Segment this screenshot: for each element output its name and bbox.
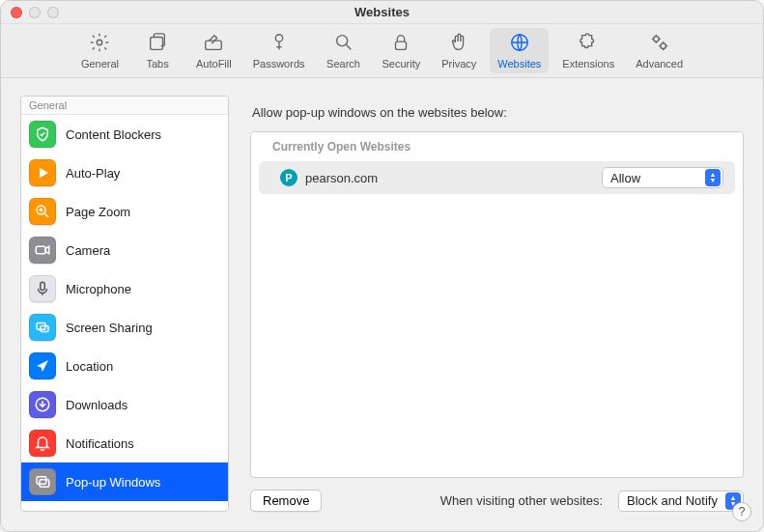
toolbar-label: Passwords	[253, 58, 305, 70]
toolbar-label: Advanced	[636, 58, 683, 70]
toolbar-label: Websites	[497, 58, 541, 70]
svg-rect-10	[36, 246, 45, 254]
toolbar-security[interactable]: Security	[375, 28, 429, 73]
globe-icon	[509, 32, 530, 56]
toolbar-advanced[interactable]: Advanced	[628, 28, 691, 73]
play-icon	[29, 159, 56, 186]
lock-icon	[390, 32, 411, 56]
toolbar-extensions[interactable]: Extensions	[554, 28, 622, 73]
svg-point-0	[98, 40, 103, 45]
bell-icon	[29, 430, 56, 457]
sidebar-item-content-blockers[interactable]: Content Blockers	[21, 115, 228, 154]
site-favicon: P	[280, 169, 297, 186]
sidebar-item-auto-play[interactable]: Auto-Play	[21, 154, 228, 192]
sidebar-item-label: Microphone	[66, 282, 131, 296]
gear-icon	[89, 32, 110, 56]
camera-icon	[29, 237, 56, 264]
website-row[interactable]: P pearson.com Allow ▲▼	[259, 161, 735, 194]
select-value: Block and Notify	[627, 493, 718, 508]
sidebar-item-screen-sharing[interactable]: Screen Sharing	[21, 308, 228, 347]
sidebar-item-label: Auto-Play	[66, 166, 120, 181]
remove-button[interactable]: Remove	[250, 490, 322, 512]
hand-icon	[448, 32, 469, 56]
sidebar-item-location[interactable]: Location	[21, 347, 228, 385]
toolbar-autofill[interactable]: AutoFill	[188, 28, 240, 73]
pencil-box-icon	[203, 32, 224, 56]
toolbar-general[interactable]: General	[73, 28, 127, 73]
sidebar-item-page-zoom[interactable]: Page Zoom	[21, 192, 228, 231]
sidebar-item-camera[interactable]: Camera	[21, 231, 228, 269]
toolbar-label: Extensions	[562, 58, 614, 70]
toolbar-label: General	[81, 58, 119, 70]
sidebar-item-downloads[interactable]: Downloads	[21, 385, 228, 424]
sidebar: General Content Blockers Auto-Play Page …	[20, 96, 229, 512]
toolbar-privacy[interactable]: Privacy	[434, 28, 484, 73]
download-icon	[29, 391, 56, 418]
sidebar-item-label: Page Zoom	[66, 205, 130, 219]
location-arrow-icon	[29, 352, 56, 379]
toolbar-label: Search	[326, 58, 360, 70]
prefs-toolbar: General Tabs AutoFill Passwords Search S…	[1, 24, 763, 78]
microphone-icon	[29, 275, 56, 302]
help-button[interactable]: ?	[732, 502, 751, 521]
tabs-icon	[147, 32, 168, 56]
svg-rect-11	[41, 282, 45, 290]
svg-rect-5	[396, 42, 407, 49]
sidebar-item-popup-windows[interactable]: Pop-up Windows	[21, 462, 228, 501]
svg-point-4	[336, 36, 347, 46]
list-subheader: Currently Open Websites	[251, 132, 743, 161]
sidebar-item-microphone[interactable]: Microphone	[21, 269, 228, 308]
shield-check-icon	[29, 121, 56, 148]
toolbar-tabs[interactable]: Tabs	[132, 28, 183, 73]
website-list: Currently Open Websites P pearson.com Al…	[250, 131, 744, 478]
svg-point-8	[661, 43, 666, 48]
svg-point-7	[653, 37, 659, 42]
titlebar: Websites	[1, 1, 763, 24]
sidebar-item-label: Pop-up Windows	[66, 475, 160, 490]
toolbar-label: Privacy	[441, 58, 476, 70]
sidebar-item-label: Content Blockers	[66, 127, 161, 142]
toolbar-search[interactable]: Search	[319, 28, 369, 73]
toolbar-websites[interactable]: Websites	[490, 28, 549, 73]
sidebar-section-header: General	[21, 97, 228, 115]
default-policy-label: When visiting other websites:	[440, 493, 603, 508]
windows-icon	[29, 468, 56, 495]
toolbar-passwords[interactable]: Passwords	[245, 28, 313, 73]
sidebar-item-label: Notifications	[66, 436, 134, 451]
screens-icon	[29, 314, 56, 341]
sidebar-item-label: Screen Sharing	[66, 321, 153, 335]
key-icon	[269, 32, 290, 56]
svg-point-3	[275, 35, 282, 42]
site-domain: pearson.com	[305, 171, 602, 185]
search-icon	[333, 32, 354, 56]
select-stepper-icon: ▲▼	[705, 169, 721, 186]
puzzle-icon	[578, 32, 599, 56]
site-permission-select[interactable]: Allow ▲▼	[602, 167, 723, 188]
svg-rect-1	[151, 38, 163, 50]
toolbar-label: Tabs	[146, 58, 168, 70]
default-policy-select[interactable]: Block and Notify ▲▼	[618, 490, 744, 512]
zoom-icon	[29, 198, 56, 225]
window-title: Websites	[1, 5, 763, 19]
toolbar-label: AutoFill	[196, 58, 232, 70]
gears-icon	[649, 32, 670, 56]
sidebar-item-label: Location	[66, 359, 113, 374]
sidebar-item-notifications[interactable]: Notifications	[21, 424, 228, 462]
sidebar-item-label: Camera	[66, 243, 110, 258]
select-value: Allow	[610, 171, 640, 185]
sidebar-item-label: Downloads	[66, 398, 127, 412]
pane-header: Allow pop-up windows on the websites bel…	[252, 105, 744, 120]
toolbar-label: Security	[382, 58, 421, 70]
